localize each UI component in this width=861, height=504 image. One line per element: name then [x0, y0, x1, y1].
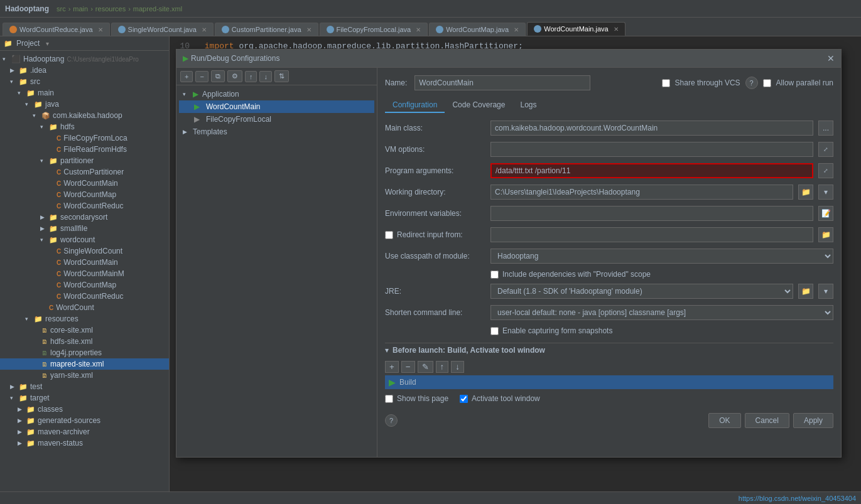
tab-singlewordcount[interactable]: SingleWordCount.java ✕: [111, 23, 214, 36]
launch-down-button[interactable]: ↓: [451, 361, 464, 373]
up-config-button[interactable]: ↑: [245, 71, 257, 82]
tab-wordcountmap[interactable]: WordCountMap.java ✕: [429, 23, 526, 36]
cancel-button[interactable]: Cancel: [745, 413, 789, 428]
tree-item-filereadfromhdfs[interactable]: C FileReadFromHdfs: [0, 144, 169, 155]
tree-item-partitioner[interactable]: ▾ 📁 partitioner: [0, 155, 169, 166]
tree-item-wordcountreduce-partitioner[interactable]: C WordCountReduc: [0, 200, 169, 212]
working-dir-down-button[interactable]: ▾: [818, 185, 833, 200]
shorten-cmd-select[interactable]: user-local default: none - java [options…: [490, 305, 833, 320]
tab-close-icon[interactable]: ✕: [614, 26, 619, 33]
config-filecopyfromlocal[interactable]: ▶ FileCopyFromLocal: [179, 113, 374, 126]
tree-item-wordcount[interactable]: ▾ 📁 wordcount: [0, 234, 169, 245]
main-class-input[interactable]: [490, 121, 813, 136]
redirect-checkbox[interactable]: [385, 231, 393, 239]
redirect-input[interactable]: [490, 227, 813, 242]
jre-browse-button[interactable]: 📁: [798, 284, 813, 299]
tree-item-maven-archiver[interactable]: ▶ 📁 maven-archiver: [0, 426, 169, 437]
tree-item-smallfile[interactable]: ▶ 📁 smallfile: [0, 223, 169, 234]
sort-config-button[interactable]: ⇅: [274, 70, 289, 82]
tab-close-icon[interactable]: ✕: [514, 26, 519, 33]
tree-item-wordcountmainm-wc[interactable]: C WordCountMainM: [0, 268, 169, 279]
working-dir-input[interactable]: [490, 185, 793, 200]
tree-item-wordcountmap-wc[interactable]: C WordCountMap: [0, 279, 169, 291]
tree-item-test[interactable]: ▶ 📁 test: [0, 381, 169, 392]
jre-down-button[interactable]: ▾: [818, 284, 833, 299]
tab-wordcountmain[interactable]: WordCountMain.java ✕: [527, 22, 625, 36]
tree-item-java[interactable]: ▾ 📁 java: [0, 99, 169, 110]
classpath-select[interactable]: Hadooptang: [490, 249, 833, 264]
settings-config-button[interactable]: ⚙: [227, 70, 242, 82]
tree-item-yarnsite[interactable]: 🗎 yarn-site.xml: [0, 370, 169, 381]
vm-options-expand-button[interactable]: ⤢: [818, 142, 833, 157]
tree-item-hdfssite[interactable]: 🗎 hdfs-site.xml: [0, 336, 169, 347]
ok-button[interactable]: OK: [708, 413, 740, 428]
tree-item-coresite[interactable]: 🗎 core-site.xml: [0, 324, 169, 336]
tree-item-idea[interactable]: ▶ 📁 .idea: [0, 65, 169, 76]
env-vars-browse-button[interactable]: 📝: [818, 206, 833, 221]
apply-button[interactable]: Apply: [793, 413, 833, 428]
share-vcs-help-icon[interactable]: ?: [745, 77, 758, 89]
program-args-input[interactable]: [490, 163, 813, 178]
vm-options-input[interactable]: [490, 142, 813, 157]
tree-item-mapredsite[interactable]: 🗎 mapred-site.xml: [0, 358, 169, 370]
working-dir-browse-button[interactable]: 📁: [798, 185, 813, 200]
tree-item-wordcountreduce-wc[interactable]: C WordCountReduc: [0, 291, 169, 302]
tree-item-resources[interactable]: ▾ 📁 resources: [0, 313, 169, 324]
activate-tool-window-checkbox[interactable]: [460, 395, 468, 403]
tree-item-filecopyfromlocal[interactable]: C FileCopyFromLoca: [0, 132, 169, 144]
tree-item-secondarysort[interactable]: ▶ 📁 secondarysort: [0, 212, 169, 223]
env-vars-input[interactable]: [490, 206, 813, 221]
allow-parallel-checkbox[interactable]: [763, 79, 771, 87]
main-class-browse-button[interactable]: ...: [818, 121, 833, 136]
tree-item-singlewordcount[interactable]: C SingleWordCount: [0, 245, 169, 257]
tab-wordcountreduce[interactable]: WordCountReduce.java ✕: [3, 23, 110, 36]
copy-config-button[interactable]: ⧉: [211, 70, 225, 82]
tab-close-icon[interactable]: ✕: [416, 26, 421, 33]
tree-item-hadooptang[interactable]: ▾ ⬛ Hadooptang C:\Users\tanglei1\IdeaPro: [0, 53, 169, 65]
arrow-icon: ▾: [25, 316, 31, 322]
tree-item-wordcountmain-partitioner[interactable]: C WordCountMain: [0, 178, 169, 189]
tree-item-com[interactable]: ▾ 📦 com.kaikeba.hadoop: [0, 110, 169, 121]
launch-up-button[interactable]: ↑: [436, 361, 449, 373]
tree-item-target[interactable]: ▾ 📁 target: [0, 392, 169, 404]
dialog-close-button[interactable]: ✕: [827, 53, 835, 63]
config-templates-group[interactable]: ▶ Templates: [179, 126, 374, 138]
launch-add-button[interactable]: +: [385, 361, 399, 373]
tree-item-hdfs[interactable]: ▾ 📁 hdfs: [0, 121, 169, 132]
name-input[interactable]: [414, 75, 590, 90]
show-this-page-checkbox[interactable]: [385, 395, 393, 403]
tab-close-icon[interactable]: ✕: [202, 26, 207, 33]
share-vcs-checkbox[interactable]: [662, 79, 670, 87]
enable-snapshots-checkbox[interactable]: [490, 327, 499, 335]
jre-select[interactable]: Default (1.8 - SDK of 'Hadooptang' modul…: [490, 284, 793, 299]
tree-item-wordcountmap-partitioner[interactable]: C WordCountMap: [0, 189, 169, 200]
tree-item-generated-sources[interactable]: ▶ 📁 generated-sources: [0, 415, 169, 426]
tab-close-icon[interactable]: ✕: [306, 26, 311, 33]
tree-item-wordcount-class[interactable]: C WordCount: [0, 302, 169, 313]
add-config-button[interactable]: +: [180, 71, 193, 82]
program-args-expand-button[interactable]: ⤢: [818, 163, 833, 178]
tree-item-log4j[interactable]: 🗎 log4j.properties: [0, 347, 169, 358]
launch-remove-button[interactable]: −: [401, 361, 415, 373]
tab-code-coverage[interactable]: Code Coverage: [445, 98, 512, 113]
tree-item-custompartitioner[interactable]: C CustomPartitioner: [0, 166, 169, 178]
tree-item-classes[interactable]: ▶ 📁 classes: [0, 404, 169, 415]
tree-item-src[interactable]: ▾ 📁 src: [0, 76, 169, 87]
tab-close-icon[interactable]: ✕: [98, 26, 103, 33]
tree-item-wordcountmain-wc[interactable]: C WordCountMain: [0, 257, 169, 268]
tree-item-main[interactable]: ▾ 📁 main: [0, 87, 169, 99]
tab-custompartitioner[interactable]: CustomPartitioner.java ✕: [215, 23, 318, 36]
config-wordcountmain[interactable]: ▶ WordCountMain: [179, 100, 374, 113]
footer-help-icon[interactable]: ?: [385, 414, 398, 427]
include-deps-checkbox[interactable]: [490, 271, 499, 279]
tab-logs[interactable]: Logs: [512, 98, 544, 113]
section-collapse-icon[interactable]: ▾: [385, 346, 389, 355]
tree-item-maven-status[interactable]: ▶ 📁 maven-status: [0, 437, 169, 449]
tab-configuration[interactable]: Configuration: [385, 98, 445, 113]
down-config-button[interactable]: ↓: [259, 71, 272, 82]
remove-config-button[interactable]: −: [195, 71, 208, 82]
tab-filecopyfromlocal[interactable]: FileCopyFromLocal.java ✕: [320, 23, 428, 36]
config-application-group[interactable]: ▾ ▶ Application: [179, 88, 374, 100]
launch-edit-button[interactable]: ✎: [418, 361, 433, 373]
redirect-browse-button[interactable]: 📁: [818, 227, 833, 242]
